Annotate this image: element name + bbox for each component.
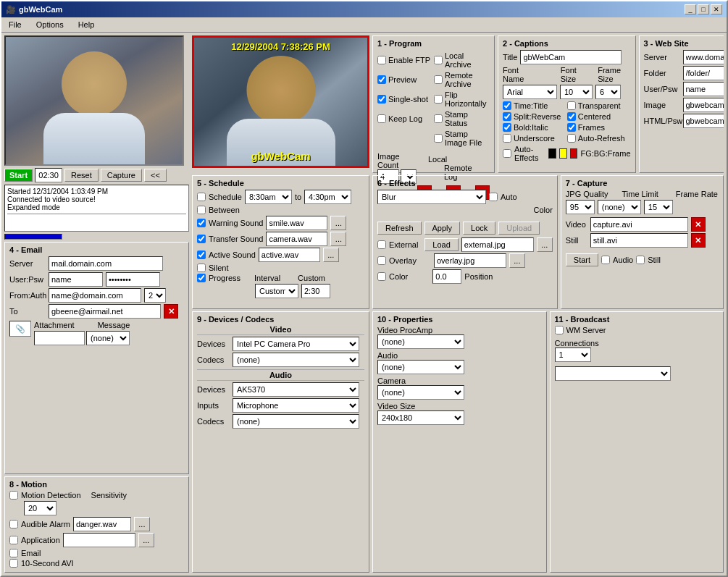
sensitivity-select[interactable]: 20 — [24, 501, 57, 515]
audio-devices-select[interactable]: AK5370 — [233, 382, 359, 397]
alarm-wav-input[interactable] — [73, 517, 131, 531]
between-checkbox[interactable] — [197, 206, 206, 214]
split-reverse-checkbox[interactable] — [503, 112, 511, 121]
application-input[interactable] — [63, 533, 135, 547]
effect-select[interactable]: Blur — [377, 190, 486, 204]
interval-select[interactable]: Custom — [255, 284, 298, 298]
maximize-button[interactable]: □ — [698, 4, 709, 14]
transparent-checkbox[interactable] — [567, 101, 576, 110]
video-proc-select[interactable]: (none) — [377, 334, 464, 349]
local-archive-checkbox[interactable] — [434, 56, 443, 64]
warning-browse-btn[interactable]: ... — [330, 216, 346, 230]
warning-sound-checkbox[interactable] — [197, 219, 206, 227]
centered-checkbox[interactable] — [567, 112, 576, 121]
video-clear-btn[interactable]: ✕ — [691, 217, 706, 232]
application-checkbox[interactable] — [9, 536, 18, 544]
time-limit-select[interactable]: (none) — [598, 200, 641, 214]
attachment-none-select[interactable]: (none) — [86, 331, 130, 345]
menu-options[interactable]: Options — [32, 19, 68, 30]
email-server-input[interactable] — [49, 256, 163, 271]
overlay-file-input[interactable] — [434, 253, 506, 268]
time-title-checkbox[interactable] — [503, 101, 511, 110]
email-to-input[interactable] — [49, 304, 161, 319]
position-input[interactable] — [432, 269, 461, 284]
schedule-from-select[interactable]: 8:30am — [245, 190, 292, 204]
single-shot-checkbox[interactable] — [377, 95, 386, 104]
email-motion-checkbox[interactable] — [9, 549, 18, 557]
schedule-to-select[interactable]: 4:30pm — [304, 190, 351, 204]
video-devices-select[interactable]: Intel PC Camera Pro — [233, 337, 359, 351]
auto-effects-checkbox[interactable] — [503, 149, 511, 158]
keep-log-checkbox[interactable] — [377, 114, 386, 123]
auto-refresh-checkbox[interactable] — [567, 134, 576, 143]
underscore-checkbox[interactable] — [503, 134, 511, 143]
frame-rate-select[interactable]: 15 — [644, 200, 673, 214]
remote-archive-checkbox[interactable] — [434, 75, 443, 84]
video-size-select[interactable]: 240x180 — [377, 410, 464, 425]
capture-button[interactable]: Capture — [101, 169, 142, 182]
start-button[interactable]: Start — [4, 169, 33, 182]
overlay-browse-btn[interactable]: ... — [509, 253, 525, 268]
color-swatch-1[interactable] — [548, 148, 556, 159]
warning-wav-input[interactable] — [266, 216, 327, 230]
camera-select[interactable]: (none) — [377, 385, 464, 400]
email-clear-button[interactable]: ✕ — [164, 304, 178, 319]
audible-alarm-checkbox[interactable] — [9, 520, 18, 528]
frames-checkbox[interactable] — [567, 123, 576, 132]
time-display[interactable] — [35, 168, 62, 182]
still-clear-btn[interactable]: ✕ — [691, 233, 706, 248]
transfer-sound-checkbox[interactable] — [197, 235, 206, 243]
close-button[interactable]: ✕ — [711, 4, 722, 14]
jpg-quality-select[interactable]: 95 — [566, 200, 595, 214]
reset-button[interactable]: Reset — [64, 169, 99, 182]
transfer-wav-input[interactable] — [266, 232, 327, 246]
email-user-input[interactable] — [49, 272, 103, 287]
wm-server-checkbox[interactable] — [555, 326, 564, 334]
flip-horiz-checkbox[interactable] — [434, 95, 443, 104]
props-audio-select[interactable]: (none) — [377, 360, 464, 374]
color-swatch-3[interactable] — [570, 148, 578, 159]
bold-italic-checkbox[interactable] — [503, 123, 511, 132]
audio-capture-checkbox[interactable] — [601, 256, 610, 264]
preview-checkbox[interactable] — [377, 75, 386, 84]
email-auth-select[interactable]: 2 — [144, 288, 166, 303]
menu-file[interactable]: File — [4, 19, 26, 30]
lock-button[interactable]: Lock — [463, 222, 495, 235]
video-codecs-select[interactable]: (none) — [233, 353, 359, 367]
transfer-browse-btn[interactable]: ... — [330, 232, 346, 246]
schedule-checkbox[interactable] — [197, 193, 206, 201]
app-browse-button[interactable]: ... — [138, 533, 154, 547]
audio-codecs-select[interactable]: (none) — [233, 414, 359, 429]
silent-checkbox[interactable] — [197, 264, 206, 272]
overlay-checkbox[interactable] — [377, 256, 386, 265]
frame-size-select[interactable]: 6 — [595, 85, 621, 99]
interval-time-input[interactable] — [301, 284, 330, 298]
color2-checkbox[interactable] — [377, 272, 386, 281]
nav-button[interactable]: << — [144, 169, 167, 182]
load-button[interactable]: Load — [424, 238, 458, 251]
font-size-select[interactable]: 10 — [560, 85, 593, 99]
folder-input[interactable] — [683, 66, 724, 80]
progress-checkbox[interactable] — [197, 274, 206, 282]
font-name-select[interactable]: Arial — [503, 85, 557, 99]
attachment-input[interactable] — [34, 331, 85, 345]
menu-help[interactable]: Help — [74, 19, 99, 30]
user-input[interactable] — [683, 82, 724, 96]
stamp-image-checkbox[interactable] — [434, 134, 443, 143]
ten-sec-checkbox[interactable] — [9, 559, 18, 568]
color-swatch-2[interactable] — [559, 148, 567, 159]
email-from-input[interactable] — [49, 288, 141, 303]
stamp-status-checkbox[interactable] — [434, 114, 443, 123]
email-psw-input[interactable] — [106, 272, 160, 287]
active-browse-btn[interactable]: ... — [323, 248, 339, 262]
capture-start-btn[interactable]: Start — [566, 253, 598, 266]
refresh-button[interactable]: Refresh — [377, 222, 422, 235]
audio-inputs-select[interactable]: Microphone — [233, 398, 359, 413]
upload-button[interactable]: Upload — [498, 222, 540, 235]
image-input[interactable] — [683, 98, 724, 112]
alarm-browse-button[interactable]: ... — [134, 517, 150, 531]
active-wav-input[interactable] — [259, 248, 320, 262]
external-file-input[interactable] — [461, 237, 534, 252]
video-file-input[interactable] — [590, 217, 688, 232]
broadcast-select[interactable] — [555, 366, 671, 381]
